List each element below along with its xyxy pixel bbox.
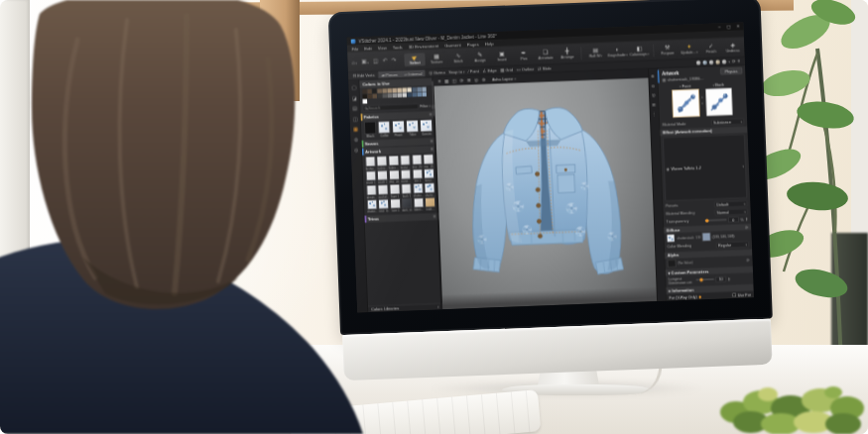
color-swatch[interactable] [422, 87, 427, 92]
filter-dropdown[interactable]: Filter▾ [420, 104, 431, 109]
diffuse-texture-thumbnail[interactable] [667, 234, 675, 242]
option-slide[interactable]: ⇄Slide [538, 65, 552, 71]
denim-jacket-3d-model[interactable] [442, 85, 648, 301]
layers-icon[interactable]: ◫ [452, 78, 456, 83]
back-label[interactable]: ▾Back [712, 82, 724, 87]
tool-texture-button[interactable]: ▦Texture [426, 52, 446, 65]
tool-assign-button[interactable]: ✎Assign [469, 51, 490, 64]
menu-help[interactable]: Help [485, 41, 494, 46]
grid-icon[interactable]: ▦ [444, 78, 448, 83]
tool-finish-button[interactable]: ✓Finish [700, 42, 721, 55]
option-grid[interactable]: ▦Grid [500, 67, 513, 72]
artwork-item[interactable]: line 1 [412, 168, 423, 182]
zoom-out-icon[interactable]: ⊖ [651, 83, 655, 88]
camera-settings-icon[interactable]: ⚙ [481, 77, 485, 82]
longest-dimension-stepper[interactable]: ▲▼ [728, 276, 731, 280]
fabrics-menu-icon[interactable]: ≡ [430, 112, 433, 117]
option-gizmo[interactable]: ◎Gizmo [429, 70, 445, 76]
tool-undress-button[interactable]: ◈Undress [722, 41, 743, 54]
tool-arrange-button[interactable]: ╋Arrange [557, 47, 577, 60]
artwork-item[interactable]: label… [413, 197, 424, 211]
color-blending-select[interactable]: Regular▾ [716, 241, 749, 248]
tool-roll-w-button[interactable]: ▤Roll W▾ [585, 46, 606, 59]
use-fur-checkbox[interactable] [732, 293, 736, 297]
diffuse-color-swatch[interactable] [702, 233, 710, 241]
color-swatch[interactable] [407, 87, 412, 92]
seams-menu-icon[interactable]: ≡ [431, 139, 434, 144]
material-mode-select[interactable]: Substance▾ [711, 118, 744, 125]
option-outline[interactable]: ▭Outline [516, 66, 534, 72]
artwork-item[interactable]: floral… [424, 168, 434, 182]
collapse-panel-icon[interactable]: ≡ [738, 58, 741, 63]
view-preset-2[interactable] [702, 60, 707, 65]
option-snap-to[interactable]: Snap to▾ [448, 69, 464, 74]
option-point[interactable]: ∕Point [468, 68, 479, 73]
maximize-button[interactable]: ▢ [727, 24, 731, 29]
tool-insert-button[interactable]: ▣Insert [491, 50, 512, 63]
fabric-item-denim[interactable]: Denim [420, 120, 433, 136]
panel-menu-icon[interactable]: ≡ [438, 79, 441, 84]
artwork-item[interactable]: shutte… [413, 183, 424, 197]
tool-select-button[interactable]: ▶Select [404, 53, 425, 66]
view-preset-3[interactable] [709, 59, 714, 64]
menu-pages[interactable]: Pages [467, 42, 479, 47]
tool-colorways-button[interactable]: ◧Colorways▾ [629, 44, 650, 57]
pan-icon[interactable]: ⊞ [652, 102, 656, 107]
longest-dimension-value[interactable]: 10 [716, 276, 726, 282]
view-presets-caret-icon[interactable]: ▾ [728, 59, 730, 63]
face-label[interactable]: ▾Face [680, 84, 691, 89]
color-swatch[interactable] [412, 87, 417, 92]
tool-grayshade-button[interactable]: ◐Grayshade▾ [607, 45, 628, 58]
view-preset-5[interactable] [722, 59, 727, 64]
color-swatch[interactable] [412, 92, 417, 97]
back-artwork-thumbnail[interactable] [705, 87, 733, 116]
color-swatch[interactable] [407, 92, 412, 97]
zoom-in-icon[interactable]: ⊕ [651, 73, 655, 78]
tool-stitch-button[interactable]: ∿Stitch [447, 51, 468, 64]
alpha-thumbnail[interactable] [668, 260, 676, 268]
color-blending-label: Color Blending [667, 243, 714, 249]
face-artwork-thumbnail[interactable] [672, 89, 699, 118]
menu-garment[interactable]: Garment [444, 42, 461, 48]
artwork-item[interactable]: img_20… [412, 155, 423, 168]
color-swatch[interactable] [417, 87, 422, 92]
artwork-item[interactable]: img_20… [423, 155, 434, 168]
tool-pen-button[interactable]: ✒Pen [513, 49, 534, 62]
face-back-swap-arrows[interactable]: ›‹ [701, 95, 703, 106]
alpha-reset-icon[interactable]: ⟳ [746, 259, 750, 264]
artwork-name: img_20… [412, 164, 423, 167]
trims-menu-icon[interactable]: ≡ [434, 214, 436, 219]
viewport-3d[interactable]: ≡▦◫⟳⊞◎⚙ Asha Lopez▾ [434, 69, 657, 310]
color-swatch[interactable] [417, 92, 422, 97]
artwork-item[interactable]: shutte… [425, 183, 435, 197]
tool-update-button[interactable]: ✦Update...▾ [679, 42, 699, 55]
refresh-icon[interactable]: ⟳ [459, 78, 463, 83]
physics-button[interactable]: Physics [720, 67, 742, 74]
fabric-item-yoke[interactable]: Yoke [406, 120, 419, 136]
close-button[interactable]: × [737, 24, 740, 29]
avatar-dropdown[interactable]: Asha Lopez▾ [492, 76, 516, 81]
reset-view-icon[interactable]: ⟳ [732, 58, 736, 63]
material-blending-label: Material Blending [666, 210, 713, 216]
artwork-menu-icon[interactable]: ≡ [431, 147, 434, 152]
tool-annotate-button[interactable]: ❏Annotate [535, 48, 556, 61]
transparency-value[interactable]: 0 [728, 217, 738, 223]
longest-dimension-slider[interactable] [696, 278, 714, 280]
color-swatch[interactable] [422, 92, 427, 97]
transparency-stepper[interactable]: ▲▼ [745, 217, 748, 221]
fit-view-icon[interactable]: ◎ [652, 92, 656, 97]
target-icon[interactable]: ◎ [474, 77, 478, 82]
toolbar-separator [581, 47, 582, 59]
minimize-button[interactable]: – [718, 25, 721, 30]
more-icon[interactable]: ⋮ [652, 111, 657, 116]
view-preset-1[interactable] [696, 60, 701, 65]
option-edge[interactable]: ∠Edge [482, 68, 497, 74]
expand-icon[interactable]: ⊞ [467, 78, 471, 83]
transparency-slider[interactable] [704, 219, 726, 221]
tool-prepare-button[interactable]: ⚒Prepare [657, 43, 678, 56]
effect-select[interactable]: ◉ Woven Taffeta 1-2▾ [663, 134, 747, 200]
view-preset-4[interactable] [715, 59, 720, 64]
diffuse-reset-icon[interactable]: ⟳ [745, 225, 749, 230]
artwork-item[interactable]: kraft… [425, 197, 435, 211]
artwork-thumbnail [414, 197, 424, 207]
